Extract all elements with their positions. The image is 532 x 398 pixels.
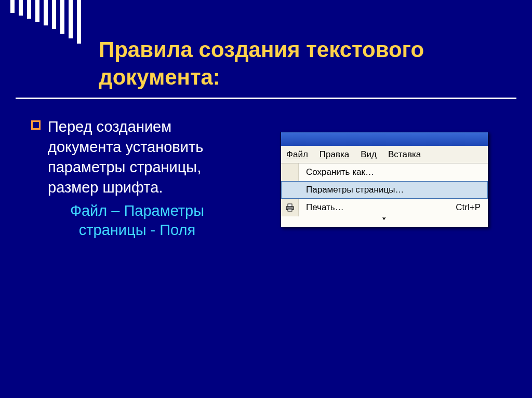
menu-bar: Файл Правка Вид Вставка (281, 146, 488, 163)
title-underline (16, 98, 516, 99)
menu-item-label: Параметры страницы… (299, 185, 481, 195)
file-dropdown: Сохранить как… Параметры страницы… Печат… (281, 163, 488, 227)
menu-item-label: Печать… (299, 202, 456, 213)
bullet-item: Перед созданием документа установить пар… (31, 117, 244, 198)
menu-insert[interactable]: Вставка (388, 149, 421, 160)
svg-rect-1 (288, 204, 292, 207)
menu-gutter (281, 181, 299, 199)
menu-path-text: Файл – Параметры страницы - Поля (49, 201, 225, 240)
menu-item-print[interactable]: Печать… Ctrl+P (281, 199, 488, 216)
menu-gutter (281, 163, 299, 181)
bullet-marker-icon (31, 120, 41, 130)
menu-file[interactable]: Файл (286, 149, 308, 160)
menu-item-label: Сохранить как… (299, 167, 481, 177)
menu-item-pagesetup[interactable]: Параметры страницы… (281, 181, 488, 199)
menu-item-accelerator: Ctrl+P (456, 202, 481, 213)
bullet-text: Перед созданием документа установить пар… (48, 117, 244, 198)
body-text-column: Перед созданием документа установить пар… (31, 117, 244, 240)
menu-more-chevron-icon[interactable]: ˅ (281, 216, 488, 227)
printer-icon (281, 199, 299, 216)
window-titlebar (281, 132, 488, 146)
menu-item-saveas[interactable]: Сохранить как… (281, 163, 488, 181)
menu-edit[interactable]: Правка (320, 149, 349, 160)
decoration-comb (10, 0, 81, 44)
menu-view[interactable]: Вид (361, 149, 377, 160)
slide-title: Правила создания текстового документа: (99, 36, 501, 91)
svg-rect-2 (288, 209, 292, 211)
word-menu-screenshot: Файл Правка Вид Вставка Сохранить как… П… (281, 132, 488, 227)
